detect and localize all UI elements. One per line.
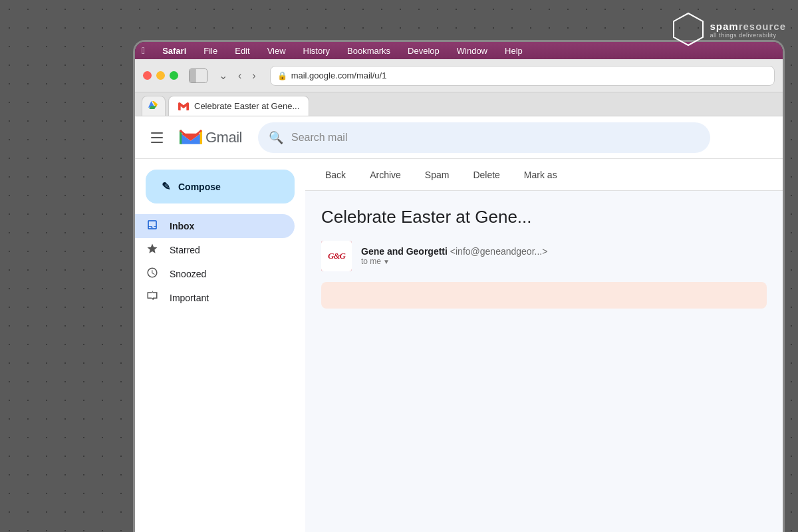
starred-label: Starred	[170, 245, 200, 255]
gmail-body: ✎ Compose Inbox Starr	[135, 159, 783, 532]
compose-label: Compose	[178, 182, 221, 192]
spam-logo-wordmark: spamresource	[710, 21, 786, 32]
gmail-favicon	[178, 101, 189, 112]
gmail-m-icon	[179, 128, 203, 147]
browser-window: ⌄ ‹ › 🔒 mail.google.com/mail/u/1	[135, 59, 783, 532]
sender-email-text: <info@geneandgeor...>	[450, 246, 548, 257]
menu-develop[interactable]: Develop	[405, 46, 442, 56]
important-icon	[146, 291, 159, 305]
mark-as-button[interactable]: Mark as	[515, 166, 567, 184]
minimize-button[interactable]	[156, 71, 165, 80]
browser-toolbar: ⌄ ‹ › 🔒 mail.google.com/mail/u/1	[135, 59, 783, 92]
menu-file[interactable]: File	[201, 46, 220, 56]
address-text: mail.google.com/mail/u/1	[291, 70, 387, 80]
gmail-logo: Gmail	[179, 128, 242, 147]
spam-resource-logo: spamresource all things deliverability	[671, 12, 786, 47]
gmail-email-panel: Back Archive Spam Delete Mark as Celebra…	[305, 159, 783, 532]
spam-logo-hex-icon	[671, 12, 706, 47]
sidebar-item-starred[interactable]: Starred	[135, 238, 295, 262]
email-body-preview	[321, 282, 767, 309]
gmail-wordmark: Gmail	[205, 129, 242, 146]
delete-button[interactable]: Delete	[464, 166, 509, 184]
gmail-header: Gmail 🔍	[135, 116, 783, 159]
menu-window[interactable]: Window	[454, 46, 490, 56]
back-navigation-button[interactable]: ‹	[236, 70, 243, 82]
gmail-tab[interactable]: Celebrate Easter at Gene...	[168, 96, 309, 116]
maximize-button[interactable]	[170, 71, 178, 80]
sidebar-toggle-button[interactable]	[189, 68, 207, 83]
search-icon: 🔍	[269, 130, 283, 145]
lock-icon: 🔒	[277, 71, 287, 80]
back-button[interactable]: Back	[316, 166, 355, 184]
menu-bookmarks[interactable]: Bookmarks	[344, 46, 393, 56]
compose-button[interactable]: ✎ Compose	[146, 170, 295, 203]
sidebar-item-important[interactable]: Important	[135, 286, 295, 310]
spam-button[interactable]: Spam	[416, 166, 459, 184]
sender-name-text: Gene and Georgetti	[361, 246, 448, 257]
menu-view[interactable]: View	[265, 46, 289, 56]
address-bar[interactable]: 🔒 mail.google.com/mail/u/1	[270, 66, 775, 86]
sidebar-item-snoozed[interactable]: Snoozed	[135, 262, 295, 286]
email-sender-row: G&G Gene and Georgetti <info@geneandgeor…	[321, 241, 767, 271]
email-subject: Celebrate Easter at Gene...	[321, 207, 767, 227]
gmail-content: Gmail 🔍 ✎ Compose	[135, 116, 783, 532]
email-content-area: Celebrate Easter at Gene... G&G Gene and…	[305, 191, 783, 532]
hamburger-line-3	[151, 142, 163, 143]
google-drive-favicon	[148, 101, 159, 112]
archive-button[interactable]: Archive	[360, 166, 410, 184]
avatar-text: G&G	[321, 241, 352, 271]
menu-history[interactable]: History	[301, 46, 332, 56]
spam-logo-tagline: all things deliverability	[710, 32, 786, 39]
to-me-label: to me ▼	[361, 257, 547, 266]
inbox-label: Inbox	[170, 221, 194, 231]
sender-info: Gene and Georgetti <info@geneandgeor...>…	[361, 246, 547, 266]
google-tab[interactable]	[142, 96, 166, 116]
sidebar-item-inbox[interactable]: Inbox	[135, 214, 295, 238]
menu-safari[interactable]: Safari	[160, 46, 189, 56]
menu-edit[interactable]: Edit	[232, 46, 252, 56]
chevron-down-icon[interactable]: ⌄	[217, 69, 229, 82]
gmail-sidebar: ✎ Compose Inbox Starr	[135, 159, 305, 532]
gmail-tab-label: Celebrate Easter at Gene...	[194, 101, 299, 111]
avatar: G&G	[321, 241, 352, 271]
pencil-icon: ✎	[162, 180, 170, 193]
star-icon	[146, 243, 159, 257]
important-label: Important	[170, 293, 209, 303]
inbox-icon	[146, 219, 159, 233]
close-button[interactable]	[143, 71, 152, 80]
tab-bar: Celebrate Easter at Gene...	[135, 92, 783, 116]
gmail-search-bar[interactable]: 🔍	[258, 122, 710, 153]
chevron-down-icon: ▼	[383, 258, 390, 265]
forward-navigation-button[interactable]: ›	[250, 70, 257, 82]
hamburger-line-1	[151, 132, 163, 134]
email-toolbar: Back Archive Spam Delete Mark as	[305, 159, 783, 191]
menu-help[interactable]: Help	[502, 46, 525, 56]
snoozed-label: Snoozed	[170, 269, 206, 279]
apple-logo-icon: 	[142, 45, 145, 56]
mac-laptop-frame:  Safari File Edit View History Bookmark…	[133, 40, 785, 532]
hamburger-menu-button[interactable]	[146, 127, 168, 148]
search-input[interactable]	[291, 132, 700, 144]
svg-marker-0	[674, 13, 703, 45]
hamburger-line-2	[151, 137, 163, 138]
clock-icon	[146, 267, 159, 281]
traffic-lights	[143, 71, 178, 80]
